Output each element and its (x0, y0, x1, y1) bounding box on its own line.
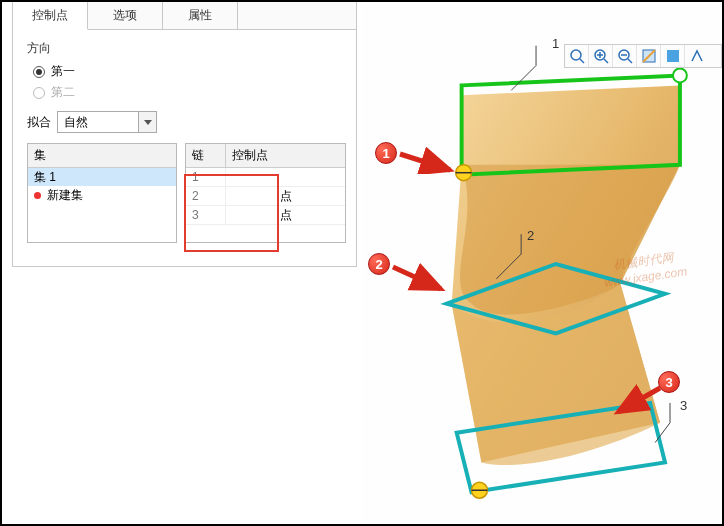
table-row[interactable]: 3 点 (186, 206, 345, 225)
grid-header: 链 控制点 (186, 144, 345, 168)
new-set-indicator-icon (34, 192, 41, 199)
svg-line-16 (628, 59, 632, 63)
arrow-icon (391, 261, 449, 295)
lists-container: 集 集 1 新建集 链 控制点 1 (27, 143, 346, 243)
row-index: 2 (186, 187, 226, 205)
row-value: 点 (226, 206, 345, 224)
set-header-label: 集 (28, 144, 176, 167)
orient-icon[interactable] (685, 45, 709, 67)
set-item-new-label: 新建集 (47, 187, 83, 204)
callout-1: 1 (375, 142, 397, 164)
refit-icon[interactable] (637, 45, 661, 67)
control-point-grid[interactable]: 链 控制点 1 2 点 3 点 (185, 143, 346, 243)
set-listbox[interactable]: 集 集 1 新建集 (27, 143, 177, 243)
chevron-down-icon[interactable] (138, 112, 156, 132)
callout-2: 2 (368, 253, 390, 275)
panel-body: 方向 第一 第二 拟合 自然 集 集 1 (13, 30, 356, 253)
col-chain: 链 (186, 144, 226, 167)
radio-first-label: 第一 (51, 63, 75, 80)
scene-label-3: 3 (680, 398, 687, 413)
radio-first[interactable]: 第一 (33, 63, 346, 80)
row-value (226, 168, 345, 186)
scene-label-2: 2 (527, 228, 534, 243)
tab-properties[interactable]: 属性 (163, 2, 238, 29)
svg-rect-10 (572, 51, 580, 59)
set-item-1-label: 集 1 (34, 169, 56, 186)
svg-rect-19 (667, 50, 679, 62)
radio-icon (33, 66, 45, 78)
row-index: 1 (186, 168, 226, 186)
svg-point-8 (571, 50, 581, 60)
shading-icon[interactable] (661, 45, 685, 67)
fit-label: 拟合 (27, 114, 51, 131)
svg-line-22 (618, 388, 660, 412)
direction-label: 方向 (27, 40, 346, 57)
radio-second-label: 第二 (51, 84, 75, 101)
tab-options[interactable]: 选项 (88, 2, 163, 29)
row-value: 点 (226, 187, 345, 205)
table-row[interactable]: 1 (186, 168, 345, 187)
fit-value: 自然 (58, 112, 138, 132)
property-panel: 控制点 选项 属性 方向 第一 第二 拟合 自然 集 (12, 2, 357, 267)
zoom-in-icon[interactable] (589, 45, 613, 67)
svg-point-1 (673, 69, 687, 83)
zoom-fit-icon[interactable] (565, 45, 589, 67)
fit-combo[interactable]: 自然 (57, 111, 157, 133)
tab-control-points[interactable]: 控制点 (13, 2, 88, 30)
row-index: 3 (186, 206, 226, 224)
tab-bar: 控制点 选项 属性 (13, 2, 356, 30)
radio-icon (33, 87, 45, 99)
svg-line-12 (604, 59, 608, 63)
radio-second: 第二 (33, 84, 346, 101)
scene-label-1: 1 (552, 36, 559, 51)
view-toolbar (564, 44, 722, 68)
set-header: 集 (28, 144, 176, 168)
svg-line-21 (393, 267, 441, 289)
arrow-icon (612, 384, 664, 418)
svg-line-20 (400, 154, 450, 170)
arrow-icon (398, 144, 458, 174)
set-item-new[interactable]: 新建集 (28, 186, 176, 204)
table-row[interactable]: 2 点 (186, 187, 345, 206)
svg-line-9 (580, 59, 584, 63)
set-item-1[interactable]: 集 1 (28, 168, 176, 186)
zoom-out-icon[interactable] (613, 45, 637, 67)
col-control-point: 控制点 (226, 144, 345, 167)
fit-row: 拟合 自然 (27, 111, 346, 133)
